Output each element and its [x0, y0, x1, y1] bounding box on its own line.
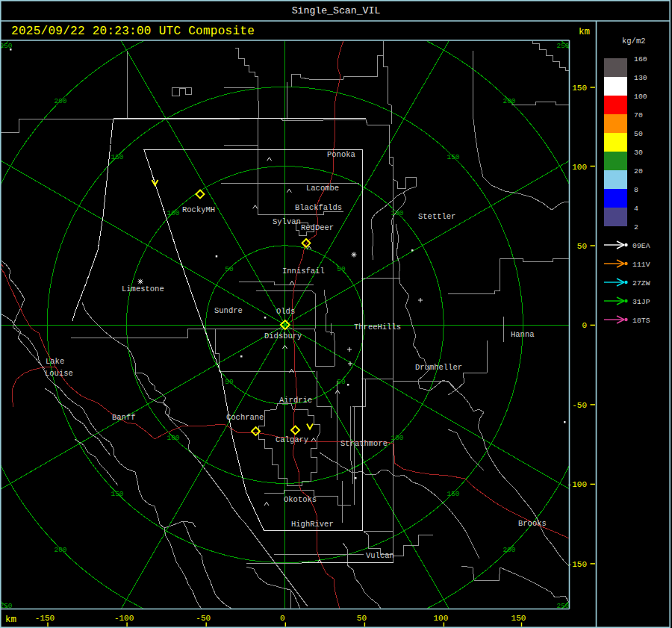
svg-text:100: 100 [167, 209, 179, 217]
svg-text:-50: -50 [196, 614, 211, 623]
svg-text:20: 20 [634, 167, 643, 175]
svg-text:Lacombe: Lacombe [306, 184, 339, 193]
svg-text:Airdrie: Airdrie [279, 396, 312, 405]
svg-text:30: 30 [634, 149, 643, 157]
svg-text:200: 200 [54, 546, 66, 554]
svg-text:-150: -150 [35, 614, 55, 623]
svg-text:50: 50 [634, 130, 643, 138]
svg-text:Calgary: Calgary [276, 435, 308, 444]
svg-text:200: 200 [503, 546, 515, 554]
svg-text:Drumheller: Drumheller [415, 363, 462, 372]
svg-text:Single_Scan_VIL: Single_Scan_VIL [292, 5, 381, 16]
svg-text:250: 250 [556, 42, 569, 50]
svg-text:50: 50 [225, 378, 234, 386]
svg-text:100: 100 [167, 434, 179, 442]
svg-text:Hanna: Hanna [511, 330, 535, 339]
svg-text:Sundre: Sundre [214, 306, 243, 315]
svg-text:-100: -100 [567, 480, 587, 489]
svg-text:50: 50 [337, 378, 346, 386]
svg-text:100: 100 [572, 163, 587, 172]
svg-text:100: 100 [391, 209, 403, 217]
svg-text:4: 4 [634, 205, 638, 213]
svg-text:50: 50 [225, 265, 234, 273]
svg-text:09EA: 09EA [632, 242, 650, 250]
svg-text:Didsbury: Didsbury [264, 332, 302, 341]
svg-text:50: 50 [577, 242, 587, 251]
svg-text:Olds: Olds [276, 307, 295, 316]
svg-text:Stettler: Stettler [418, 212, 455, 221]
svg-text:200: 200 [503, 97, 515, 105]
svg-text:50: 50 [337, 265, 346, 273]
svg-text:-100: -100 [114, 614, 134, 623]
svg-text:Banff: Banff [112, 413, 136, 422]
svg-text:ThreeHills: ThreeHills [354, 323, 401, 332]
svg-text:kg/m2: kg/m2 [622, 37, 646, 46]
svg-text:150: 150 [111, 490, 123, 498]
svg-text:150: 150 [572, 84, 587, 93]
svg-text:150: 150 [511, 614, 526, 623]
svg-text:27ZW: 27ZW [632, 279, 650, 287]
svg-text:km: km [579, 27, 590, 37]
svg-text:Vulcan: Vulcan [366, 551, 394, 560]
svg-text:18TS: 18TS [632, 317, 650, 325]
svg-text:160: 160 [634, 55, 647, 63]
svg-text:0: 0 [582, 321, 587, 330]
svg-text:111V: 111V [632, 261, 650, 269]
svg-text:50: 50 [357, 614, 367, 623]
svg-text:RockyMH: RockyMH [182, 205, 215, 214]
svg-text:Strathmore: Strathmore [340, 439, 388, 448]
svg-text:150: 150 [111, 153, 123, 161]
svg-text:100: 100 [433, 614, 448, 623]
svg-text:RedDeer: RedDeer [301, 223, 334, 232]
svg-text:Ponoka: Ponoka [327, 150, 355, 159]
svg-text:0: 0 [280, 614, 285, 623]
svg-text:-50: -50 [572, 401, 587, 410]
svg-text:100: 100 [634, 93, 647, 101]
svg-text:HighRiver: HighRiver [291, 520, 334, 529]
svg-text:Sylvan: Sylvan [273, 217, 301, 226]
svg-text:Okotoks: Okotoks [284, 495, 317, 504]
svg-text:Brooks: Brooks [518, 519, 547, 528]
svg-text:-150: -150 [567, 560, 587, 569]
svg-text:Cochrane: Cochrane [226, 413, 264, 422]
svg-text:130: 130 [634, 74, 647, 82]
svg-text:70: 70 [634, 111, 643, 119]
svg-text:2: 2 [634, 223, 638, 231]
svg-text:Lake: Lake [46, 357, 64, 366]
svg-text:8: 8 [634, 186, 638, 194]
svg-text:Louise: Louise [45, 369, 73, 378]
svg-text:200: 200 [54, 97, 66, 105]
svg-text:Blackfalds: Blackfalds [295, 203, 342, 212]
svg-text:2025/09/22 20:23:00 UTC Compos: 2025/09/22 20:23:00 UTC Composite [11, 25, 255, 38]
svg-text:km: km [5, 615, 16, 625]
svg-text:150: 150 [447, 153, 459, 161]
svg-text:Innisfail: Innisfail [282, 267, 325, 276]
svg-text:100: 100 [391, 434, 403, 442]
svg-text:Limestone: Limestone [122, 285, 164, 293]
svg-text:31JP: 31JP [632, 298, 650, 306]
svg-text:150: 150 [447, 490, 459, 498]
